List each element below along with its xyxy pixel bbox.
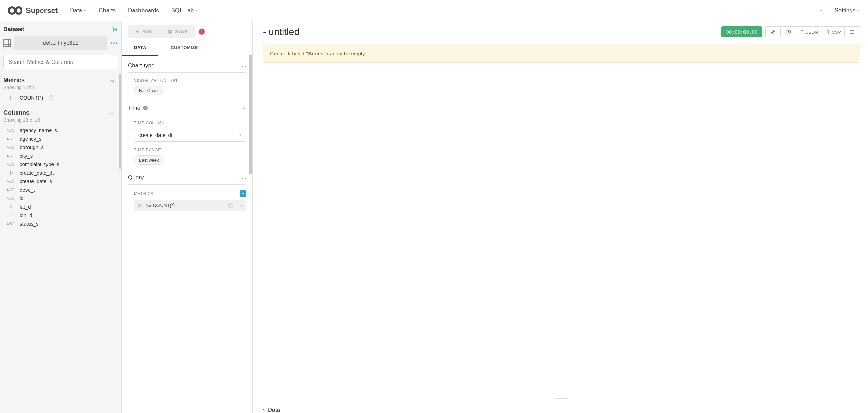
export-csv-button[interactable]: .CSV	[822, 26, 845, 37]
columns-section-header[interactable]: Columns ︿	[3, 109, 118, 116]
metric-chip[interactable]: ✕ ƒ(x) COUNT(*) ? ›	[134, 200, 246, 211]
nav-data[interactable]: Data▼	[70, 7, 87, 14]
dataset-name: default.nyc311	[43, 40, 78, 46]
column-item[interactable]: create_date_dt	[3, 168, 118, 177]
data-results-toggle[interactable]: › Data	[263, 402, 860, 413]
file-icon	[799, 30, 804, 34]
tab-data[interactable]: DATA	[122, 40, 158, 56]
clock-type-icon	[5, 171, 16, 175]
nav-sqllab[interactable]: SQL Lab▼	[171, 7, 198, 14]
text-type-icon: ABC	[5, 128, 16, 132]
dataset-grid-icon	[3, 39, 11, 47]
chart-type-section-header[interactable]: Chart type ︿	[128, 62, 246, 73]
dataset-selector[interactable]: default.nyc311	[14, 36, 107, 50]
metric-item[interactable]: ƒ COUNT(*) ?	[3, 93, 118, 102]
collapse-left-icon[interactable]	[113, 26, 118, 32]
nav-items: Data▼ Charts Dashboards SQL Lab▼	[70, 7, 198, 14]
column-item[interactable]: #lat_d	[3, 202, 118, 211]
text-type-icon: ABC	[5, 188, 16, 192]
nav-settings[interactable]: Settings▼	[835, 7, 860, 14]
remove-metric-icon[interactable]: ✕	[134, 203, 145, 208]
chevron-up-icon: ︿	[109, 109, 115, 116]
column-item[interactable]: #lon_d	[3, 211, 118, 219]
nav-dashboards[interactable]: Dashboards	[128, 7, 159, 14]
function-type-icon: ƒ	[5, 95, 16, 101]
plus-circle-icon	[168, 29, 172, 34]
more-options-icon[interactable]: ⋯	[110, 39, 118, 48]
metrics-section-header[interactable]: Metrics ︿	[3, 77, 118, 84]
resize-handle[interactable]	[555, 398, 568, 400]
save-button[interactable]: SAVE	[160, 25, 195, 38]
column-item[interactable]: ABCstatus_s	[3, 219, 118, 228]
controls-panel: RUN SAVE ! DATA CUSTOMIZE Chart type ︿	[122, 21, 253, 413]
query-section-header[interactable]: Query ︿	[128, 174, 246, 185]
export-json-button[interactable]: .JSON	[796, 26, 822, 37]
column-item[interactable]: ABCdesc_t	[3, 185, 118, 194]
embed-code-button[interactable]	[780, 26, 796, 37]
text-type-icon: ABC	[5, 179, 16, 183]
brand[interactable]: Superset	[8, 6, 58, 15]
text-type-icon: ABC	[5, 222, 16, 226]
scrollbar[interactable]	[249, 55, 252, 174]
chevron-up-icon: ︿	[242, 105, 246, 111]
text-type-icon: ABC	[5, 154, 16, 158]
info-icon[interactable]: ?	[228, 203, 233, 208]
metrics-count: Showing 1 of 1	[3, 85, 118, 90]
viz-type-label: VISUALIZATION TYPE	[134, 78, 246, 83]
time-column-label: TIME COLUMN	[134, 121, 246, 125]
metrics-label: METRICS	[134, 191, 154, 196]
info-icon[interactable]: ?	[49, 95, 53, 100]
column-item[interactable]: ABCcomplaint_type_s	[3, 160, 118, 168]
chevron-up-icon: ︿	[242, 62, 246, 69]
chart-menu-button[interactable]	[844, 26, 860, 37]
superset-logo-icon	[8, 6, 22, 15]
column-item[interactable]: ABCborough_s	[3, 143, 118, 151]
text-type-icon: ABC	[5, 196, 16, 200]
info-icon[interactable]: i	[143, 105, 148, 111]
text-type-icon: ABC	[5, 137, 16, 141]
brand-text: Superset	[26, 6, 58, 15]
code-icon	[785, 30, 791, 34]
number-type-icon: #	[5, 213, 16, 217]
time-range-label: TIME RANGE	[134, 148, 246, 152]
validation-alert: Control labeled "Series" cannot be empty	[263, 44, 860, 63]
nav-charts[interactable]: Charts	[99, 7, 116, 14]
error-badge-icon[interactable]: !	[199, 29, 205, 35]
text-type-icon: ABC	[5, 145, 16, 149]
viz-type-selector[interactable]: Bar Chart	[134, 86, 163, 95]
search-input[interactable]	[3, 55, 118, 69]
caret-down-icon: ▼	[857, 9, 860, 12]
add-metric-button[interactable]: +	[240, 190, 246, 197]
columns-count: Showing 13 of 13	[3, 117, 118, 123]
text-type-icon: ABC	[5, 162, 16, 166]
bolt-icon	[135, 29, 139, 34]
add-new-button[interactable]: ＋▼	[812, 6, 823, 15]
column-item[interactable]: ABCcity_s	[3, 151, 118, 160]
caret-down-icon: ▼	[819, 9, 823, 12]
scrollbar[interactable]	[119, 74, 121, 169]
column-item[interactable]: ABCagency_name_s	[3, 126, 118, 134]
chevron-up-icon: ︿	[109, 77, 115, 84]
expand-metric-icon[interactable]: ›	[236, 200, 246, 211]
tab-customize[interactable]: CUSTOMIZE	[158, 40, 210, 56]
time-range-selector[interactable]: Last week	[134, 155, 164, 165]
control-tabs: DATA CUSTOMIZE	[122, 40, 252, 56]
column-item[interactable]: ABCagency_s	[3, 134, 118, 143]
svg-rect-2	[4, 40, 11, 47]
top-nav: Superset Data▼ Charts Dashboards SQL Lab…	[0, 0, 868, 21]
dataset-sidebar: Dataset default.nyc311 ⋯ Metrics ︿ Showi…	[0, 21, 122, 413]
dataset-heading: Dataset	[3, 26, 24, 33]
column-item[interactable]: ABCcreate_date_s	[3, 177, 118, 185]
chevron-up-icon: ︿	[242, 175, 246, 181]
time-column-select[interactable]: create_date_dt ▼	[134, 128, 246, 142]
short-url-button[interactable]	[765, 26, 781, 37]
query-timer: 00:00:00.00	[721, 26, 762, 37]
file-icon	[825, 30, 829, 34]
caret-down-icon: ▼	[83, 9, 87, 12]
column-item[interactable]: ABCid	[3, 194, 118, 202]
time-section-header[interactable]: Time i ︿	[128, 105, 246, 115]
run-button[interactable]: RUN	[128, 25, 160, 38]
chart-panel: - untitled 00:00:00.00 .JSON	[253, 21, 868, 413]
function-icon: ƒ(x)	[145, 203, 153, 208]
chart-title[interactable]: - untitled	[263, 26, 299, 37]
